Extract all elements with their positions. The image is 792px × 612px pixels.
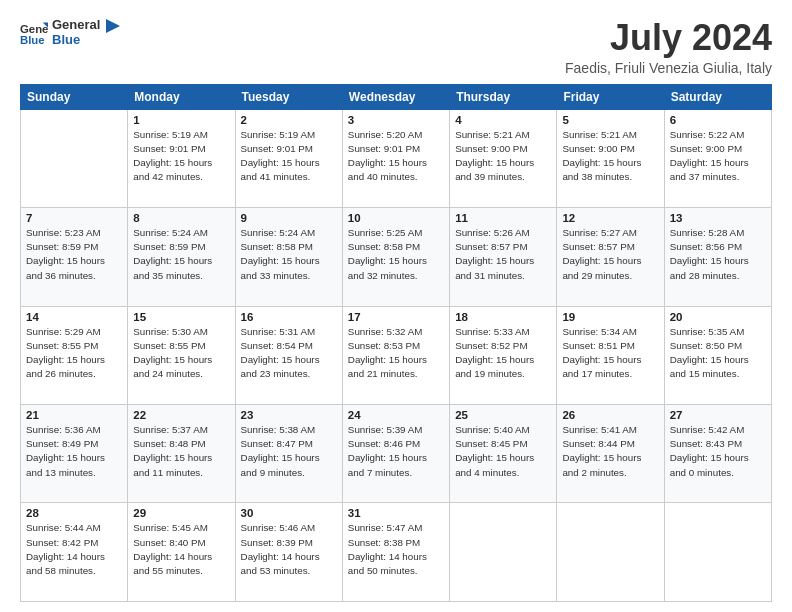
day-number: 23 [241,409,337,421]
day-info: Sunrise: 5:44 AM Sunset: 8:42 PM Dayligh… [26,521,122,578]
day-info: Sunrise: 5:41 AM Sunset: 8:44 PM Dayligh… [562,423,658,480]
day-number: 18 [455,311,551,323]
col-header-friday: Friday [557,84,664,109]
day-info: Sunrise: 5:36 AM Sunset: 8:49 PM Dayligh… [26,423,122,480]
day-info: Sunrise: 5:30 AM Sunset: 8:55 PM Dayligh… [133,325,229,382]
day-number: 8 [133,212,229,224]
day-info: Sunrise: 5:28 AM Sunset: 8:56 PM Dayligh… [670,226,766,283]
month-title: July 2024 [565,18,772,58]
day-number: 13 [670,212,766,224]
day-number: 20 [670,311,766,323]
day-cell [450,503,557,602]
day-number: 7 [26,212,122,224]
day-info: Sunrise: 5:38 AM Sunset: 8:47 PM Dayligh… [241,423,337,480]
day-cell: 5Sunrise: 5:21 AM Sunset: 9:00 PM Daylig… [557,109,664,207]
day-info: Sunrise: 5:45 AM Sunset: 8:40 PM Dayligh… [133,521,229,578]
day-info: Sunrise: 5:42 AM Sunset: 8:43 PM Dayligh… [670,423,766,480]
day-cell: 19Sunrise: 5:34 AM Sunset: 8:51 PM Dayli… [557,306,664,404]
week-row-1: 1Sunrise: 5:19 AM Sunset: 9:01 PM Daylig… [21,109,772,207]
day-number: 4 [455,114,551,126]
day-cell: 15Sunrise: 5:30 AM Sunset: 8:55 PM Dayli… [128,306,235,404]
logo-general: General [52,18,100,33]
week-row-3: 14Sunrise: 5:29 AM Sunset: 8:55 PM Dayli… [21,306,772,404]
col-header-saturday: Saturday [664,84,771,109]
day-number: 9 [241,212,337,224]
day-cell: 26Sunrise: 5:41 AM Sunset: 8:44 PM Dayli… [557,405,664,503]
day-number: 25 [455,409,551,421]
logo-icon: General Blue [20,19,48,47]
col-header-sunday: Sunday [21,84,128,109]
day-info: Sunrise: 5:21 AM Sunset: 9:00 PM Dayligh… [562,128,658,185]
day-cell: 28Sunrise: 5:44 AM Sunset: 8:42 PM Dayli… [21,503,128,602]
day-cell: 2Sunrise: 5:19 AM Sunset: 9:01 PM Daylig… [235,109,342,207]
day-info: Sunrise: 5:26 AM Sunset: 8:57 PM Dayligh… [455,226,551,283]
day-cell: 3Sunrise: 5:20 AM Sunset: 9:01 PM Daylig… [342,109,449,207]
day-number: 29 [133,507,229,519]
svg-marker-3 [106,19,120,33]
day-info: Sunrise: 5:27 AM Sunset: 8:57 PM Dayligh… [562,226,658,283]
day-number: 24 [348,409,444,421]
day-cell: 13Sunrise: 5:28 AM Sunset: 8:56 PM Dayli… [664,208,771,306]
day-cell: 7Sunrise: 5:23 AM Sunset: 8:59 PM Daylig… [21,208,128,306]
day-cell [557,503,664,602]
day-number: 31 [348,507,444,519]
day-info: Sunrise: 5:31 AM Sunset: 8:54 PM Dayligh… [241,325,337,382]
day-cell: 16Sunrise: 5:31 AM Sunset: 8:54 PM Dayli… [235,306,342,404]
day-number: 21 [26,409,122,421]
day-info: Sunrise: 5:33 AM Sunset: 8:52 PM Dayligh… [455,325,551,382]
logo-blue: Blue [52,33,100,48]
day-number: 26 [562,409,658,421]
day-cell: 31Sunrise: 5:47 AM Sunset: 8:38 PM Dayli… [342,503,449,602]
day-cell [21,109,128,207]
day-info: Sunrise: 5:23 AM Sunset: 8:59 PM Dayligh… [26,226,122,283]
day-cell: 11Sunrise: 5:26 AM Sunset: 8:57 PM Dayli… [450,208,557,306]
day-number: 28 [26,507,122,519]
day-info: Sunrise: 5:37 AM Sunset: 8:48 PM Dayligh… [133,423,229,480]
week-row-2: 7Sunrise: 5:23 AM Sunset: 8:59 PM Daylig… [21,208,772,306]
logo-flag-icon [106,19,122,39]
day-cell: 29Sunrise: 5:45 AM Sunset: 8:40 PM Dayli… [128,503,235,602]
day-number: 3 [348,114,444,126]
day-info: Sunrise: 5:25 AM Sunset: 8:58 PM Dayligh… [348,226,444,283]
col-header-wednesday: Wednesday [342,84,449,109]
day-cell: 4Sunrise: 5:21 AM Sunset: 9:00 PM Daylig… [450,109,557,207]
day-number: 6 [670,114,766,126]
day-info: Sunrise: 5:40 AM Sunset: 8:45 PM Dayligh… [455,423,551,480]
day-cell: 14Sunrise: 5:29 AM Sunset: 8:55 PM Dayli… [21,306,128,404]
day-cell: 25Sunrise: 5:40 AM Sunset: 8:45 PM Dayli… [450,405,557,503]
day-info: Sunrise: 5:39 AM Sunset: 8:46 PM Dayligh… [348,423,444,480]
day-number: 27 [670,409,766,421]
day-number: 10 [348,212,444,224]
day-cell [664,503,771,602]
title-block: July 2024 Faedis, Friuli Venezia Giulia,… [565,18,772,76]
day-info: Sunrise: 5:24 AM Sunset: 8:59 PM Dayligh… [133,226,229,283]
day-cell: 21Sunrise: 5:36 AM Sunset: 8:49 PM Dayli… [21,405,128,503]
week-row-5: 28Sunrise: 5:44 AM Sunset: 8:42 PM Dayli… [21,503,772,602]
day-cell: 1Sunrise: 5:19 AM Sunset: 9:01 PM Daylig… [128,109,235,207]
day-cell: 9Sunrise: 5:24 AM Sunset: 8:58 PM Daylig… [235,208,342,306]
day-number: 30 [241,507,337,519]
day-number: 12 [562,212,658,224]
logo: General Blue General Blue [20,18,122,48]
day-number: 1 [133,114,229,126]
day-number: 19 [562,311,658,323]
day-number: 15 [133,311,229,323]
day-info: Sunrise: 5:35 AM Sunset: 8:50 PM Dayligh… [670,325,766,382]
day-info: Sunrise: 5:29 AM Sunset: 8:55 PM Dayligh… [26,325,122,382]
day-cell: 17Sunrise: 5:32 AM Sunset: 8:53 PM Dayli… [342,306,449,404]
day-cell: 20Sunrise: 5:35 AM Sunset: 8:50 PM Dayli… [664,306,771,404]
day-cell: 12Sunrise: 5:27 AM Sunset: 8:57 PM Dayli… [557,208,664,306]
day-cell: 6Sunrise: 5:22 AM Sunset: 9:00 PM Daylig… [664,109,771,207]
col-header-thursday: Thursday [450,84,557,109]
day-info: Sunrise: 5:47 AM Sunset: 8:38 PM Dayligh… [348,521,444,578]
day-info: Sunrise: 5:32 AM Sunset: 8:53 PM Dayligh… [348,325,444,382]
day-cell: 27Sunrise: 5:42 AM Sunset: 8:43 PM Dayli… [664,405,771,503]
day-cell: 18Sunrise: 5:33 AM Sunset: 8:52 PM Dayli… [450,306,557,404]
day-info: Sunrise: 5:34 AM Sunset: 8:51 PM Dayligh… [562,325,658,382]
day-cell: 10Sunrise: 5:25 AM Sunset: 8:58 PM Dayli… [342,208,449,306]
calendar-header-row: SundayMondayTuesdayWednesdayThursdayFrid… [21,84,772,109]
calendar-page: General Blue General Blue July 2024 Faed… [0,0,792,612]
day-number: 22 [133,409,229,421]
svg-text:Blue: Blue [20,33,45,45]
day-number: 14 [26,311,122,323]
